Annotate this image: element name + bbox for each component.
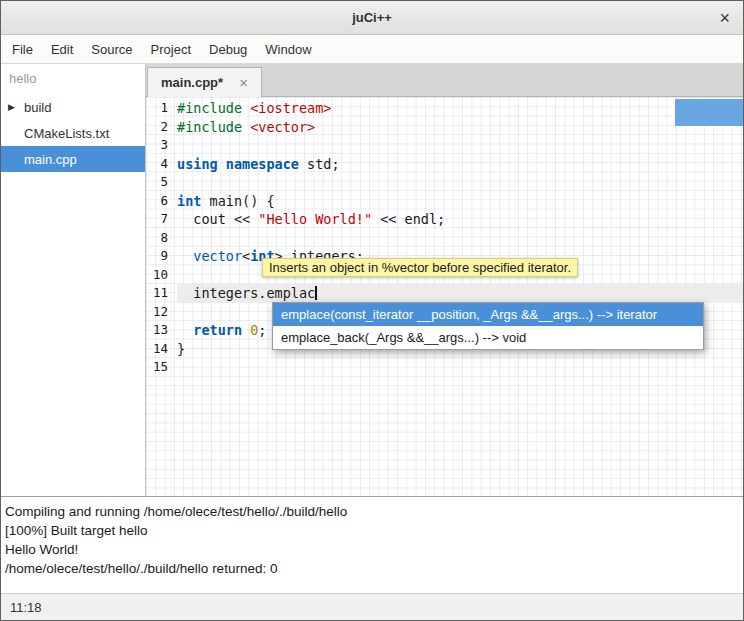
doc-tooltip: Inserts an object in %vector before spec… — [262, 258, 578, 277]
line-number: 2 — [146, 118, 177, 137]
completion-item-0[interactable]: emplace(const_iterator __position, _Args… — [273, 303, 703, 326]
line-content: using namespace std; — [177, 155, 743, 174]
tab-main-cpp[interactable]: main.cpp* × — [147, 67, 262, 97]
code-line-11[interactable]: 11 integers.emplac — [146, 284, 743, 303]
code-line-4[interactable]: 4using namespace std; — [146, 155, 743, 174]
completion-popup: emplace(const_iterator __position, _Args… — [272, 302, 704, 350]
menu-item-file[interactable]: File — [3, 38, 42, 61]
titlebar: juCi++ × — [1, 1, 743, 35]
line-content: #include <vector> — [177, 118, 743, 137]
menu-item-source[interactable]: Source — [82, 38, 141, 61]
tree-item-label: CMakeLists.txt — [24, 126, 109, 141]
line-content: cout << "Hello World!" << endl; — [177, 210, 743, 229]
code-line-8[interactable]: 8 — [146, 229, 743, 248]
code-line-3[interactable]: 3 — [146, 136, 743, 155]
output-panel: Compiling and running /home/olece/test/h… — [1, 497, 743, 593]
menu-item-debug[interactable]: Debug — [200, 38, 256, 61]
window-title: juCi++ — [352, 10, 392, 25]
line-number: 15 — [146, 358, 177, 377]
line-number: 12 — [146, 303, 177, 322]
code-line-7[interactable]: 7 cout << "Hello World!" << endl; — [146, 210, 743, 229]
output-line: /home/olece/test/hello/./build/hello ret… — [5, 559, 739, 578]
tree-item-build[interactable]: ▶build — [1, 94, 145, 120]
code-line-2[interactable]: 2#include <vector> — [146, 118, 743, 137]
statusbar: 11:18 — [1, 593, 743, 620]
line-content: integers.emplac — [177, 284, 743, 303]
line-content — [177, 173, 743, 192]
file-tree-panel: hello ▶buildCMakeLists.txtmain.cpp — [1, 64, 146, 496]
code-line-5[interactable]: 5 — [146, 173, 743, 192]
line-content — [177, 229, 743, 248]
expander-icon[interactable]: ▶ — [1, 102, 24, 112]
line-number: 13 — [146, 321, 177, 340]
file-tree: ▶buildCMakeLists.txtmain.cpp — [1, 94, 145, 172]
menu-item-edit[interactable]: Edit — [42, 38, 82, 61]
line-number: 11 — [146, 284, 177, 303]
line-content: #include <iostream> — [177, 99, 743, 118]
line-number: 6 — [146, 192, 177, 211]
tree-item-main-cpp[interactable]: main.cpp — [1, 146, 145, 172]
menubar: FileEditSourceProjectDebugWindow — [1, 35, 743, 64]
menu-item-window[interactable]: Window — [256, 38, 320, 61]
line-number: 8 — [146, 229, 177, 248]
line-content — [177, 358, 743, 377]
line-number: 14 — [146, 340, 177, 359]
line-number: 7 — [146, 210, 177, 229]
cursor-position: 11:18 — [10, 600, 42, 615]
line-number: 10 — [146, 266, 177, 285]
tree-item-label: main.cpp — [24, 152, 77, 167]
project-name: hello — [1, 64, 145, 94]
app-window: juCi++ × FileEditSourceProjectDebugWindo… — [0, 0, 744, 621]
code-line-15[interactable]: 15 — [146, 358, 743, 377]
output-line: Compiling and running /home/olece/test/h… — [5, 502, 739, 521]
line-number: 1 — [146, 99, 177, 118]
output-line: Hello World! — [5, 540, 739, 559]
main-area: hello ▶buildCMakeLists.txtmain.cpp main.… — [1, 64, 743, 497]
menu-item-project[interactable]: Project — [142, 38, 200, 61]
tabbar: main.cpp* × — [146, 64, 743, 97]
text-cursor — [315, 286, 316, 300]
editor-pane: main.cpp* × 1#include <iostream>2#includ… — [146, 64, 743, 496]
code-line-6[interactable]: 6int main() { — [146, 192, 743, 211]
tab-label: main.cpp* — [161, 75, 223, 90]
line-content: int main() { — [177, 192, 743, 211]
output-line: [100%] Built target hello — [5, 521, 739, 540]
line-number: 9 — [146, 247, 177, 266]
line-content — [177, 136, 743, 155]
tab-close-icon[interactable]: × — [239, 75, 248, 90]
completion-item-1[interactable]: emplace_back(_Args &&__args...) --> void — [273, 326, 703, 349]
window-close-icon[interactable]: × — [719, 9, 730, 27]
scrollbar-thumb[interactable] — [675, 99, 743, 126]
line-number: 4 — [146, 155, 177, 174]
tree-item-label: build — [24, 100, 51, 115]
code-editor[interactable]: 1#include <iostream>2#include <vector>34… — [146, 97, 743, 496]
line-number: 3 — [146, 136, 177, 155]
tree-item-cmakelists-txt[interactable]: CMakeLists.txt — [1, 120, 145, 146]
code-line-1[interactable]: 1#include <iostream> — [146, 99, 743, 118]
line-number: 5 — [146, 173, 177, 192]
